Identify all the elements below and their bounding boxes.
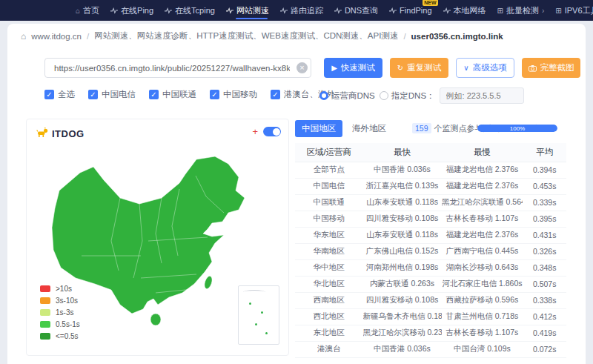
nav-item[interactable]: 网站测速 (226, 0, 269, 21)
quick-test-label: 快速测试 (341, 62, 375, 73)
table-row: 西北地区新疆乌鲁木齐电信 0.189s甘肃兰州电信 0.718s0.412s (295, 308, 566, 325)
table-cell: 福建龙岩电信 2.376s (442, 162, 523, 178)
legend-item[interactable]: 0.5s-1s (40, 320, 80, 328)
nav-item[interactable]: 在线Tcping (165, 0, 215, 21)
legend-label: 3s-10s (56, 297, 78, 305)
table-header-row: 区域/运营商最快最慢平均 (295, 143, 566, 162)
table-cell: 吉林长春移动 1.107s (442, 211, 523, 227)
nav-item-label: 网站测速 (236, 5, 269, 16)
table-cell: 0.348s (523, 259, 566, 276)
nav-item[interactable]: 在线Ping (110, 0, 153, 21)
grid-icon: ⊞ (497, 7, 503, 15)
table-cell: 中国台湾 0.109s (442, 341, 523, 357)
table-row: 全部节点中国香港 0.036s福建龙岩电信 2.376s0.394s (295, 162, 566, 178)
nav-item-label: IPV6工具 (565, 5, 593, 16)
table-cell: 0.453s (523, 178, 566, 194)
table-cell: 黑龙江哈尔滨移动 0.238s (363, 325, 442, 341)
inset-island (265, 332, 268, 334)
legend-swatch (40, 285, 50, 292)
checkbox-checked-icon: ✓ (210, 90, 219, 99)
table-cell: 内蒙古联通 0.263s (363, 276, 442, 292)
table-cell: 中国联通 (295, 194, 363, 211)
legend-item[interactable]: >10s (40, 285, 80, 293)
custom-dns-input[interactable] (440, 87, 524, 104)
checkbox-checked-icon: ✓ (149, 90, 159, 99)
table-cell: 华南地区 (295, 243, 363, 259)
table-header-cell: 区域/运营商 (295, 143, 363, 162)
checkbox-checked-icon: ✓ (271, 90, 280, 99)
checkbox-checked-icon: ✓ (88, 90, 98, 99)
legend-swatch (40, 333, 50, 340)
filter-checkbox[interactable]: ✓中国联通 (149, 89, 196, 100)
pulse-icon (443, 7, 451, 14)
nav-menu: ⌂首页在线Ping在线Tcping网站测速路由追踪DNS查询FindPingNE… (76, 0, 593, 21)
refresh-icon: ↻ (397, 64, 403, 72)
advanced-options-button[interactable]: ∨ 高级选项 (456, 58, 514, 78)
clear-input-icon[interactable]: × (296, 62, 308, 73)
table-cell: 0.339s (523, 194, 566, 211)
nav-item-label: 在线Tcping (175, 5, 215, 16)
checkbox-checked-icon: ✓ (44, 90, 54, 99)
pulse-icon (110, 7, 118, 14)
filter-checkbox[interactable]: ✓中国移动 (210, 89, 257, 100)
filter-checkbox[interactable]: ✓中国电信 (88, 89, 136, 100)
table-cell: 0.507s (523, 276, 566, 292)
nav-item[interactable]: 本地网络 (443, 0, 486, 21)
table-header-cell: 最快 (363, 143, 442, 162)
filter-checkbox-label: 中国联通 (162, 89, 196, 100)
tab-overseas-region[interactable]: 海外地区 (345, 120, 393, 137)
table-cell: 西藏拉萨移动 0.596s (442, 292, 523, 308)
nav-item[interactable]: ⊞批量检测› (497, 0, 545, 21)
table-cell: 0.419s (523, 325, 566, 341)
play-icon: ▶ (331, 64, 337, 72)
table-cell: 中国香港 0.036s (363, 341, 442, 357)
repeat-test-button[interactable]: ↻ 重复测试 (390, 58, 448, 78)
table-cell: 港澳台 (295, 341, 363, 357)
legend-swatch (40, 321, 50, 328)
legend-label: >10s (56, 285, 72, 293)
table-row: 华东地区山东泰安联通 0.118s福建龙岩电信 2.376s0.431s (295, 227, 566, 243)
south-china-sea-inset (238, 285, 279, 345)
breadcrumb-site-link[interactable]: www.itdog.cn (31, 32, 82, 41)
nav-item-label: 批量检测 (506, 5, 539, 16)
full-screenshot-button[interactable]: 完整截图 (522, 58, 580, 78)
inset-island (249, 302, 251, 305)
map-toggle[interactable] (263, 127, 281, 136)
legend-swatch (40, 297, 50, 304)
advanced-options-label: 高级选项 (473, 62, 507, 73)
nav-item[interactable]: FindPingNEW (389, 0, 431, 21)
nav-item[interactable]: ⊞IPV6工具› (555, 0, 593, 21)
map-panel: ITDOG + >10s3s-10s1s-3s0.5s-1s<=0.5s (26, 119, 289, 356)
legend-item[interactable]: 3s-10s (40, 297, 80, 305)
nav-item[interactable]: DNS查询 (334, 0, 378, 21)
table-cell: 湖南长沙移动 0.643s (442, 259, 523, 276)
legend-item[interactable]: 1s-3s (40, 308, 80, 317)
filter-checkbox[interactable]: ✓全选 (44, 89, 75, 100)
quick-test-button[interactable]: ▶ 快速测试 (324, 58, 382, 78)
table-cell: 山东泰安联通 0.118s (363, 194, 442, 211)
table-cell: 全部节点 (295, 162, 363, 178)
table-cell: 华东地区 (295, 227, 363, 243)
nav-item[interactable]: 路由追踪 (280, 0, 323, 21)
url-input[interactable] (44, 58, 311, 78)
tab-china-region[interactable]: 中国地区 (295, 120, 342, 137)
table-cell: 中国电信 (295, 178, 363, 194)
legend-swatch (40, 309, 50, 316)
legend-item[interactable]: <=0.5s (40, 332, 80, 340)
table-row: 中国电信浙江嘉兴电信 0.139s福建龙岩电信 2.376s0.453s (295, 178, 566, 194)
results-table-body: 全部节点中国香港 0.036s福建龙岩电信 2.376s0.394s中国电信浙江… (295, 162, 566, 357)
inset-island (261, 311, 263, 314)
table-cell: 河南郑州电信 0.198s (363, 259, 442, 276)
nav-item-label: 在线Ping (121, 5, 153, 16)
breadcrumb: ⌂ www.itdog.cn / 网站测速、网站速度诊断、HTTP速度测试、WE… (21, 30, 503, 42)
table-cell: 河北石家庄电信 1.860s (442, 276, 523, 292)
nav-item-label: 路由追踪 (291, 5, 323, 16)
nav-item[interactable]: ⌂首页 (76, 0, 99, 21)
chevron-down-icon: ∨ (463, 64, 468, 72)
dns-operator-radio[interactable]: 运营商DNS (319, 90, 375, 102)
filter-checkbox-label: 中国电信 (102, 89, 136, 100)
dns-custom-radio[interactable]: 指定DNS： (380, 90, 435, 102)
table-header-cell: 平均 (523, 143, 566, 162)
map-controls: + (252, 127, 281, 136)
dns-options: 运营商DNS 指定DNS： (319, 87, 524, 104)
